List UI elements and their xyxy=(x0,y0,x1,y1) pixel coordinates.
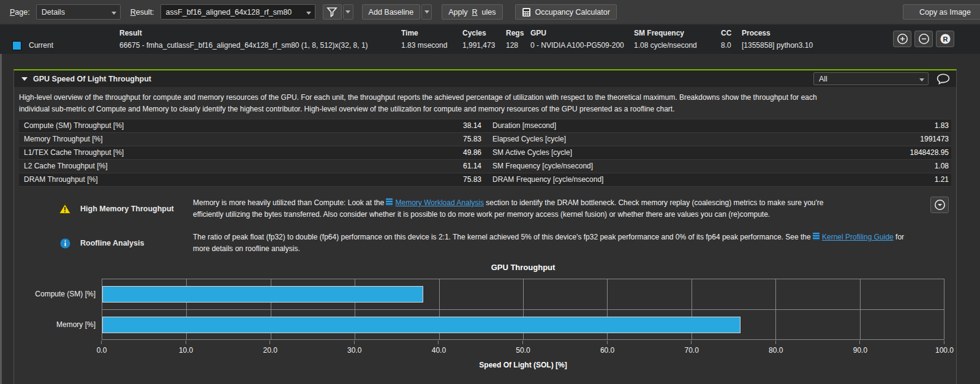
kernel-profiling-guide-link[interactable]: Kernel Profiling Guide xyxy=(822,233,894,241)
chevron-down-icon xyxy=(108,8,120,17)
bar-compute-sm xyxy=(102,286,423,303)
apply-rules-button[interactable]: Apply Rules xyxy=(442,4,502,20)
rule-text: efficiently utilizing the bytes transfer… xyxy=(193,209,922,220)
metric-row: Compute (SM) Throughput [%]38.14Duration… xyxy=(19,119,951,133)
metric-label: DRAM Throughput [%] xyxy=(24,173,402,186)
result-select-value: assF_bf16_aligned_64x128_rf_sm80 xyxy=(166,8,292,17)
x-tick-label: 50.0 xyxy=(516,346,530,355)
metric-row: Memory Throughput [%]75.83Elapsed Cycles… xyxy=(19,133,951,146)
add-baseline-dropdown-button[interactable] xyxy=(421,4,432,20)
description-line: individual sub-metric of Compute and Mem… xyxy=(19,104,951,115)
regs-value: 128 xyxy=(506,41,530,50)
chevron-down-icon xyxy=(916,75,928,83)
comment-button[interactable] xyxy=(934,72,952,86)
filter-button[interactable] xyxy=(323,4,342,20)
occupancy-calculator-button[interactable]: Occupancy Calculator xyxy=(515,4,617,20)
x-tick-label: 70.0 xyxy=(685,346,699,355)
nsight-compute-details-page: Page: Details Result: assF_bf16_aligned_… xyxy=(0,0,980,384)
cc-value: 8.0 xyxy=(721,41,742,50)
zoom-in-button[interactable] xyxy=(893,31,911,47)
zoom-out-button[interactable] xyxy=(914,31,933,47)
x-tick-mark xyxy=(354,341,355,344)
copy-as-image-button[interactable]: Copy as Image xyxy=(903,4,980,20)
result-header-strip: Result Time Cycles Regs GPU SM Frequency… xyxy=(0,25,980,54)
x-tick-mark xyxy=(607,341,608,344)
sm-frequency-value: 1.08 cycle/nsecond xyxy=(634,41,721,50)
chevron-down-icon xyxy=(424,10,429,13)
warning-triangle-icon xyxy=(58,203,72,214)
page-select[interactable]: Details xyxy=(36,4,121,20)
x-tick-label: 100.0 xyxy=(935,346,954,355)
metric-value: 75.83 xyxy=(402,173,481,186)
metric-value: 1.21 xyxy=(869,173,949,186)
collapse-triangle-icon[interactable] xyxy=(21,77,28,81)
metric-value: 75.83 xyxy=(402,133,481,146)
column-cc: CC xyxy=(721,29,742,37)
y-category-label: Compute (SM) [%] xyxy=(14,279,96,309)
chart-category-labels: Compute (SM) [%]Memory [%] xyxy=(14,279,96,340)
section-title: GPU Speed Of Light Throughput xyxy=(33,75,151,83)
bar-row xyxy=(102,279,944,310)
x-tick-label: 80.0 xyxy=(769,346,783,355)
x-tick-mark xyxy=(944,341,944,344)
reset-baseline-button[interactable]: R xyxy=(936,31,954,47)
result-header-columns: Result Time Cycles Regs GPU SM Frequency… xyxy=(0,27,980,39)
chart-title: GPU Throughput xyxy=(102,263,944,272)
x-tick-label: 40.0 xyxy=(432,346,446,355)
memory-workload-analysis-link[interactable]: Memory Workload Analysis xyxy=(395,198,484,207)
cycles-value: 1,991,473 xyxy=(462,41,506,50)
x-tick-label: 10.0 xyxy=(179,346,193,355)
metric-label: Compute (SM) Throughput [%] xyxy=(24,119,402,132)
gpu-value: 0 - NVIDIA A100-PG509-200 xyxy=(530,41,634,50)
x-tick-mark xyxy=(101,341,102,344)
rule-high-memory-throughput: High Memory Throughput Memory is more he… xyxy=(14,197,951,221)
rule-text: section to identify the DRAM bottleneck.… xyxy=(484,198,824,207)
section-filter-select[interactable]: All xyxy=(813,72,929,85)
metric-label: DRAM Frequency [cycle/nsecond] xyxy=(491,173,869,186)
metric-value: 1991473 xyxy=(869,133,949,146)
metric-value: 1.83 xyxy=(869,119,949,132)
page-label: Page: xyxy=(10,8,30,17)
section-header[interactable]: GPU Speed Of Light Throughput All xyxy=(14,70,956,87)
column-spacer xyxy=(481,173,491,186)
x-tick-mark xyxy=(522,341,523,344)
column-result: Result xyxy=(119,29,401,37)
x-tick-mark xyxy=(270,341,270,344)
metric-value: 1848428.95 xyxy=(869,146,949,159)
result-label: Result: xyxy=(130,8,154,17)
section-link-icon xyxy=(813,233,820,240)
add-baseline-button[interactable]: Add Baseline xyxy=(362,4,421,20)
x-tick-mark xyxy=(691,341,692,344)
circle-minus-icon xyxy=(918,33,930,45)
page-select-value: Details xyxy=(42,8,65,17)
rule-roofline-analysis: Roofline Analysis The ratio of peak floa… xyxy=(14,231,951,255)
rule-title: Roofline Analysis xyxy=(80,239,186,247)
filter-dropdown-button[interactable] xyxy=(343,4,353,20)
chart-x-ticks xyxy=(102,341,944,345)
baseline-color-swatch[interactable] xyxy=(12,41,21,50)
metric-label: Duration [msecond] xyxy=(491,119,869,132)
metric-label: SM Frequency [cycle/nsecond] xyxy=(491,160,869,173)
metric-value: 38.14 xyxy=(402,119,481,132)
column-spacer xyxy=(481,133,491,146)
result-select[interactable]: assF_bf16_aligned_64x128_rf_sm80 xyxy=(160,4,315,20)
section-link-icon xyxy=(386,198,393,206)
calculator-icon xyxy=(522,7,531,17)
occupancy-calculator-label: Occupancy Calculator xyxy=(535,8,610,17)
metric-label: Elapsed Cycles [cycle] xyxy=(491,133,869,146)
svg-text:R: R xyxy=(943,36,948,43)
metric-row: L2 Cache Throughput [%]61.14SM Frequency… xyxy=(19,160,951,173)
rule-options-button[interactable] xyxy=(930,197,949,213)
chevron-down-icon xyxy=(345,10,350,13)
left-scrollbar[interactable] xyxy=(0,54,2,384)
circle-chevron-down-icon xyxy=(934,199,946,211)
rule-title: High Memory Throughput xyxy=(80,205,186,213)
time-value: 1.83 msecond xyxy=(401,41,462,50)
baseline-name: Current xyxy=(29,41,53,50)
x-tick-label: 30.0 xyxy=(347,346,361,355)
rule-body: Memory is more heavily utilized than Com… xyxy=(193,197,922,220)
metric-value: 49.86 xyxy=(402,146,481,159)
circle-plus-icon xyxy=(897,33,908,45)
x-tick-label: 90.0 xyxy=(853,346,867,355)
chart-x-tick-labels: 0.010.020.030.040.050.060.070.080.090.01… xyxy=(102,346,944,355)
